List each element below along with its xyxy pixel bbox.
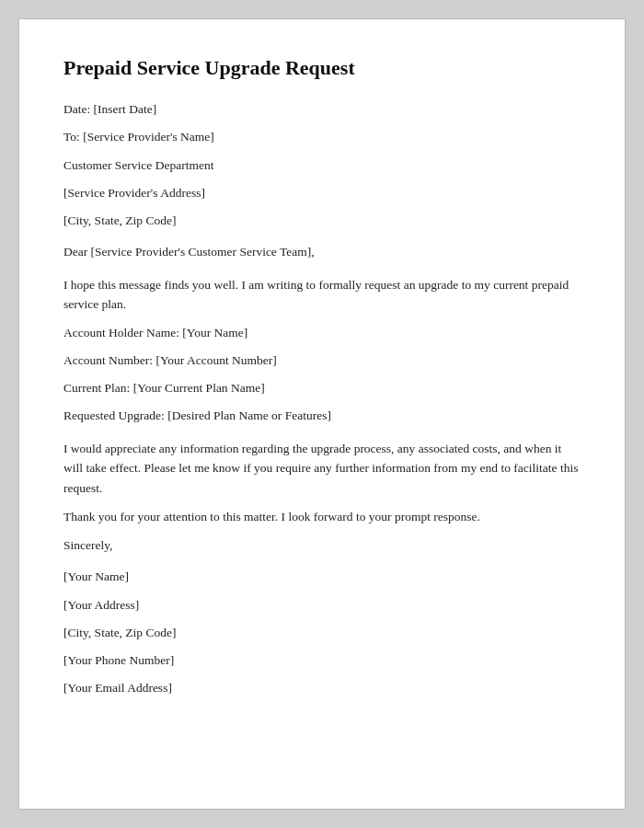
department-line: Customer Service Department — [63, 156, 581, 175]
requested-upgrade-line: Requested Upgrade: [Desired Plan Name or… — [63, 407, 581, 425]
sender-name: [Your Name] — [63, 568, 581, 586]
account-number-line: Account Number: [Your Account Number] — [63, 351, 581, 370]
address-line: [Service Provider's Address] — [63, 184, 581, 202]
sender-email: [Your Email Address] — [63, 679, 581, 697]
sender-phone: [Your Phone Number] — [63, 651, 581, 670]
to-line: To: [Service Provider's Name] — [63, 128, 581, 146]
document-container: Prepaid Service Upgrade Request Date: [I… — [18, 18, 626, 810]
sender-city-state-zip: [City, State, Zip Code] — [63, 624, 581, 642]
body-paragraph: I would appreciate any information regar… — [63, 439, 581, 499]
date-line: Date: [Insert Date] — [63, 100, 581, 119]
current-plan-line: Current Plan: [Your Current Plan Name] — [63, 379, 581, 397]
salutation: Dear [Service Provider's Customer Servic… — [63, 243, 581, 261]
sender-address: [Your Address] — [63, 596, 581, 615]
opening-paragraph: I hope this message finds you well. I am… — [63, 275, 581, 315]
account-holder-line: Account Holder Name: [Your Name] — [63, 324, 581, 342]
document-title: Prepaid Service Upgrade Request — [63, 56, 581, 80]
sign-off: Sincerely, — [63, 536, 581, 555]
closing-paragraph: Thank you for your attention to this mat… — [63, 507, 581, 527]
city-state-zip-provider: [City, State, Zip Code] — [63, 212, 581, 230]
